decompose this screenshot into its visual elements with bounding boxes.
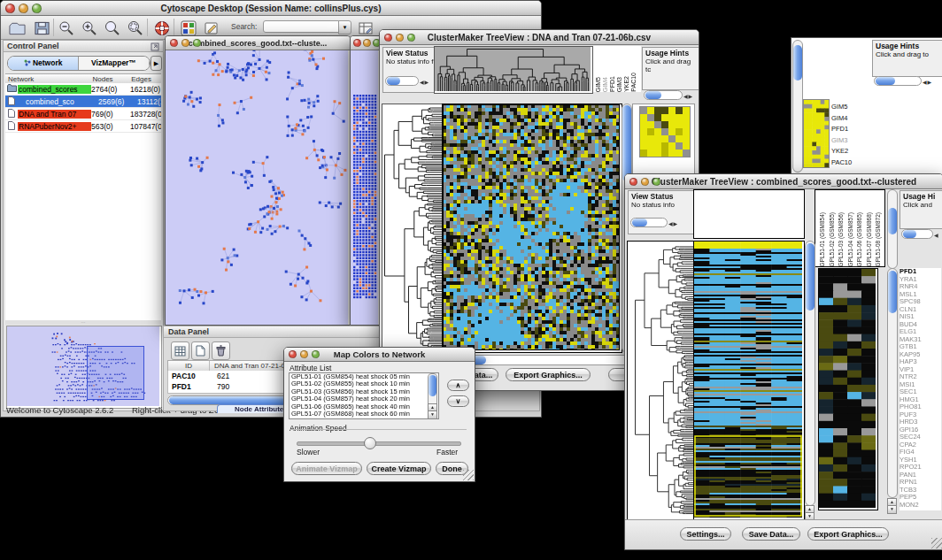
zoom-button[interactable] [312,350,320,358]
scroll-arrows[interactable]: ◀▶ [420,79,429,87]
scrollbar-thumb[interactable] [876,77,895,85]
scrollbar-thumb[interactable] [645,91,661,99]
view-status-hscrollbar[interactable] [385,76,419,86]
minimize-button[interactable] [363,39,371,47]
column-label[interactable]: GIM5 [595,77,601,92]
row-dendrogram-canvas[interactable] [628,242,693,518]
minimize-button[interactable] [19,4,28,13]
scrollbar-thumb[interactable] [806,243,815,311]
scroll-down-button[interactable]: ▼ [887,505,897,514]
heatmap-vscrollbar[interactable] [805,241,815,506]
resize-grip[interactable] [931,538,942,548]
scroll-arrows[interactable]: ◀▶ [683,93,693,99]
column-label[interactable]: GPL51-04 (GSM857) [846,212,855,266]
grid-network-canvas[interactable] [351,50,378,326]
scroll-arrows[interactable]: ◀▶ [923,79,932,85]
scrollbar-thumb[interactable] [888,208,897,234]
select-attributes-icon[interactable] [171,341,189,360]
row-dendrogram-canvas[interactable] [382,104,442,350]
gene-label[interactable]: MON2 [900,502,941,510]
move-down-button[interactable]: ∨ [447,395,469,407]
tab-overflow-button[interactable]: ▶ [151,56,162,71]
scrollbar-thumb[interactable] [793,45,802,81]
zoom-button[interactable] [32,4,42,13]
usage-hints-hscrollbar[interactable] [644,90,683,100]
tab-network[interactable]: Network [8,57,79,70]
search-input[interactable] [263,20,339,33]
close-button[interactable] [353,39,361,47]
close-button[interactable] [289,350,297,358]
network-list-row[interactable]: DNA and Tran 07769(0)183728(0) [5,108,161,120]
column-label[interactable]: GPL51-01 (GSM854) [818,212,827,266]
minimize-button[interactable] [641,178,649,186]
open-file-icon[interactable] [6,18,27,39]
fragment-vscrollbar[interactable] [792,40,803,173]
view-status-hscrollbar[interactable] [630,218,668,227]
network-view-title-bar[interactable]: combined_scores_good.txt--cluste... [166,36,350,50]
float-panel-icon[interactable] [151,42,159,55]
tab-vizmapper[interactable]: VizMapper™ [79,57,150,70]
column-label[interactable]: GPL51-02 (GSM855) [828,212,837,266]
move-up-button[interactable]: ∧ [447,380,469,391]
gene-label[interactable]: PFD1 [831,124,867,135]
treeview-combined-title-bar[interactable]: ClusterMaker TreeView : combined_scores_… [625,174,942,189]
network-list-row[interactable]: combined_sco2569(6)13112(15) [5,96,161,108]
search-dropdown-button[interactable]: ▾ [338,20,351,35]
panel-splitter[interactable]: ⋯ [5,320,161,325]
heatmap-canvas[interactable] [694,242,802,518]
scrollbar-thumb[interactable] [387,77,400,85]
network-canvas[interactable] [166,50,348,325]
scrollbar-thumb[interactable] [632,219,647,226]
treeview-dna-title-bar[interactable]: ClusterMaker TreeView : DNA and Tran 07-… [380,30,699,45]
column-label[interactable]: GIM4 [602,77,608,92]
gene-label[interactable]: GIM5 [831,102,867,113]
scroll-arrows[interactable]: ◀ [934,232,939,238]
zoom-fit-icon[interactable] [102,18,123,39]
column-labels-vscrollbar[interactable] [887,189,898,269]
network-overview-canvas[interactable] [7,326,159,406]
resize-grip[interactable] [463,470,474,480]
minimize-button[interactable] [181,39,189,47]
column-label[interactable]: GIM3 [616,77,622,92]
create-vizmap-button[interactable]: Create Vizmap [367,462,431,475]
scrollbar-thumb[interactable] [888,271,897,313]
column-label[interactable]: YKE2 [623,76,629,92]
export-graphics-button[interactable]: Export Graphics... [506,368,591,381]
column-label[interactable]: GPL51-08 (GSM872) [874,212,883,266]
global-matrix-canvas[interactable] [639,106,691,157]
zoom-button[interactable] [193,39,201,47]
minimize-button[interactable] [300,350,308,358]
scrollbar-thumb[interactable] [622,105,631,181]
column-label[interactable]: PAC10 [630,73,637,92]
attribute-list-item[interactable]: GPL51-07 (GSM868) heat shock 60 min [290,410,438,418]
usage-hints-hscrollbar[interactable] [874,76,922,86]
detail-heatmap-canvas[interactable] [819,269,876,508]
heatmap-canvas[interactable] [443,104,620,350]
delete-attribute-icon[interactable] [212,341,230,360]
column-tree-area[interactable] [693,189,805,239]
gene-label[interactable]: YKE2 [831,146,867,157]
detail-vscrollbar[interactable] [887,268,898,498]
export-graphics-button[interactable]: Export Graphics... [807,527,889,541]
grid-network-title-bar[interactable] [351,36,380,50]
settings-button[interactable]: Settings... [680,527,731,541]
zoom-out-icon[interactable] [56,18,77,39]
new-attribute-icon[interactable] [191,341,210,360]
gene-label[interactable]: PAC10 [831,157,867,169]
gene-label[interactable]: GIM4 [831,113,867,125]
save-data-button[interactable]: Save Data... [742,527,800,541]
column-label[interactable]: PFD1 [609,76,615,92]
main-title-bar[interactable]: Cytoscape Desktop (Session Name: collins… [1,1,541,16]
scroll-arrows[interactable]: ◀▶ [668,220,678,228]
close-button[interactable] [384,34,392,42]
usage-hints-hscrollbar[interactable] [901,229,933,239]
zoom-in-icon[interactable] [79,18,100,39]
minimize-button[interactable] [396,34,404,42]
save-icon[interactable] [31,18,52,39]
global-matrix-canvas[interactable] [803,99,830,168]
animation-speed-slider-track[interactable] [297,441,461,446]
zoom-selected-icon[interactable] [125,18,146,39]
animate-vizmap-button[interactable]: Animate Vizmap [291,462,362,475]
network-list-row[interactable]: combined_scores2764(0)16218(0) [5,83,161,96]
zoom-button[interactable] [652,178,660,186]
